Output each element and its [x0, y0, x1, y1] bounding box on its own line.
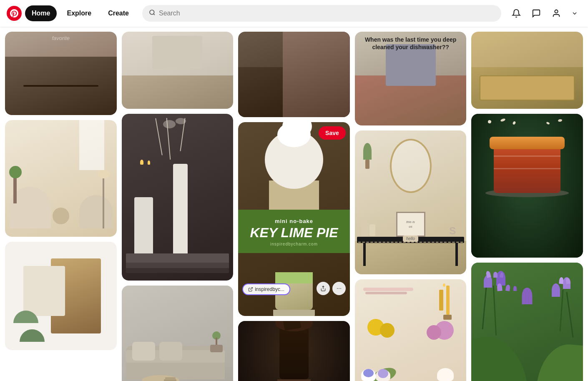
masonry-col-2 — [122, 32, 234, 381]
pin-card[interactable]: CHOCOLATE BLISS LANRUE — [238, 321, 350, 381]
notifications-button[interactable] — [508, 5, 525, 22]
app-header: Home Explore Create — [0, 0, 588, 27]
masonry-col-5 — [471, 32, 583, 381]
explore-nav-button[interactable]: Explore — [60, 5, 98, 21]
masonry-col-1: favorite — [5, 32, 117, 381]
svg-point-0 — [150, 10, 154, 15]
masonry-col-4: When was the last time you deep cleaned … — [355, 32, 467, 381]
share-button[interactable] — [317, 282, 330, 295]
source-link[interactable]: inspiredbyc... — [242, 283, 290, 295]
pin-overlay-label: favorite — [5, 35, 117, 41]
svg-point-1 — [555, 10, 558, 13]
pin-card[interactable] — [122, 32, 234, 109]
more-options-button[interactable] — [332, 282, 346, 295]
create-nav-button[interactable]: Create — [101, 5, 136, 21]
pin-actions — [317, 282, 346, 295]
pin-card[interactable] — [355, 279, 467, 381]
masonry-col-3: Save mini no-bake KEY LIME PIE — [238, 32, 350, 381]
pin-card[interactable] — [122, 286, 234, 381]
pin-card[interactable] — [5, 120, 117, 237]
header-actions — [508, 5, 581, 22]
pin-card[interactable] — [471, 32, 583, 109]
pin-card[interactable] — [471, 263, 583, 381]
pin-card[interactable] — [5, 242, 117, 350]
pin-card[interactable]: Save mini no-bake KEY LIME PIE — [238, 122, 350, 316]
svg-point-6 — [340, 288, 341, 289]
search-input[interactable] — [159, 10, 495, 17]
pin-card[interactable] — [238, 32, 350, 117]
pin-card[interactable]: this isus S hello — [355, 130, 467, 274]
svg-point-4 — [337, 288, 338, 289]
search-bar — [142, 5, 501, 22]
home-nav-button[interactable]: Home — [25, 5, 57, 21]
chevron-down-icon[interactable] — [568, 7, 581, 20]
svg-line-2 — [250, 288, 253, 290]
masonry-grid: favorite — [0, 0, 588, 381]
svg-point-5 — [339, 288, 339, 289]
save-button[interactable]: Save — [319, 126, 346, 140]
pin-card[interactable] — [471, 114, 583, 258]
pinterest-logo[interactable] — [7, 6, 22, 21]
profile-button[interactable] — [548, 5, 565, 22]
search-icon — [149, 9, 156, 18]
pin-card[interactable]: When was the last time you deep cleaned … — [355, 32, 467, 125]
pin-card[interactable] — [122, 114, 234, 281]
pin-card[interactable]: favorite — [5, 32, 117, 115]
source-link-text: inspiredbyc... — [255, 286, 284, 292]
messages-button[interactable] — [528, 5, 545, 22]
